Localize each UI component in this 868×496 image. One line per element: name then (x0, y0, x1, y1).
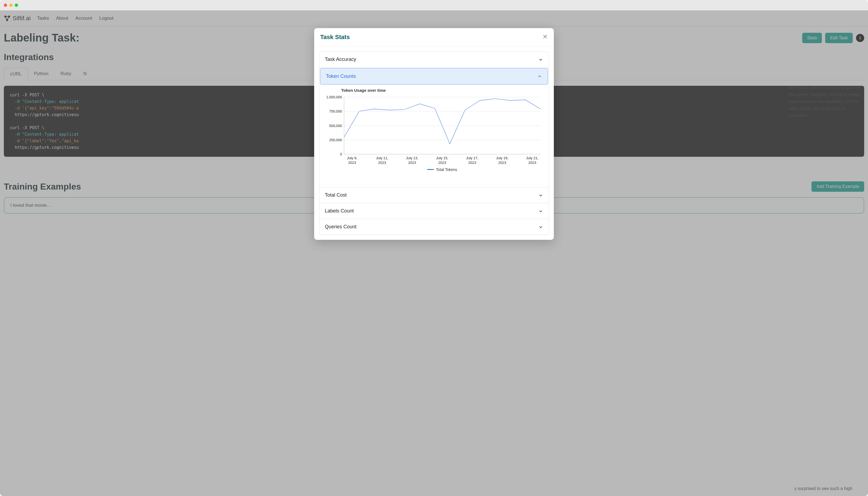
chevron-up-icon (537, 74, 542, 79)
accordion-label: Labels Count (325, 208, 354, 214)
chevron-down-icon (538, 193, 543, 198)
chevron-down-icon (538, 57, 543, 62)
accordion-labels-count[interactable]: Labels Count (319, 203, 549, 219)
accordion-label: Total Cost (325, 192, 347, 198)
accordion-label: Queries Count (325, 224, 356, 230)
chevron-down-icon (538, 209, 543, 214)
accordion-total-cost[interactable]: Total Cost (319, 187, 549, 203)
accordion-task-accuracy[interactable]: Task Accuracy (319, 52, 549, 67)
task-stats-modal: Task Stats Task Accuracy (314, 28, 554, 240)
modal-title: Task Stats (320, 34, 350, 41)
chart-title: Token Usage over time (341, 88, 543, 93)
close-icon[interactable] (542, 34, 548, 41)
accordion-label: Task Accuracy (325, 57, 356, 62)
window-titlebar (0, 0, 868, 10)
token-counts-panel: Token Usage over time 0250,000500,000750… (319, 85, 549, 187)
accordion-label: Token Counts (326, 74, 356, 79)
accordion-token-counts[interactable]: Token Counts (320, 68, 548, 85)
window-zoom-button[interactable] (15, 3, 18, 7)
chart-legend: Total Tokens (344, 167, 541, 172)
chevron-down-icon (538, 224, 543, 229)
token-chart: 0250,000500,000750,0001,000,000 (344, 97, 541, 154)
stats-accordion: Task Accuracy Token Counts (319, 51, 549, 235)
window-minimize-button[interactable] (9, 3, 13, 7)
window-close-button[interactable] (4, 3, 7, 7)
accordion-queries-count[interactable]: Queries Count (319, 219, 549, 235)
legend-label: Total Tokens (436, 167, 457, 172)
